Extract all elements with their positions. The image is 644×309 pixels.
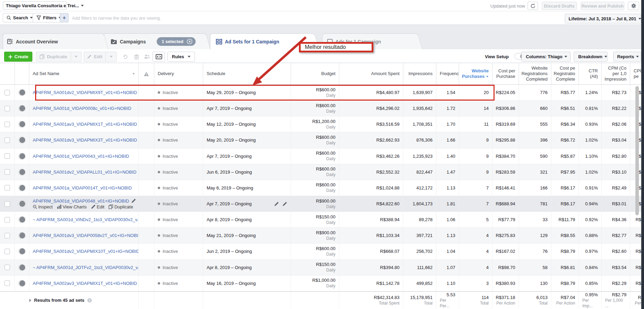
- column-header-ctr[interactable]: CTR(All): [579, 63, 602, 84]
- column-header-purchases[interactable]: WebsitePurchases: [459, 63, 492, 84]
- ad-set-name-link[interactable]: AP4FRM_SA001a_VIDAP0014T_v01+IG+NOBID: [33, 185, 132, 191]
- status-toggle[interactable]: [18, 248, 25, 255]
- ad-set-name-link[interactable]: AP4FRM_SA001dv2_VIDAPMIX9T_v01+IG+NOBID: [33, 90, 137, 95]
- column-header-cpm[interactable]: CPM (Coper 1,0Impression: [602, 63, 630, 84]
- table-row[interactable]: AP4FRM_SA001d_VIDAP0043_v01+IG+NOBIDInac…: [0, 148, 644, 164]
- row-checkbox[interactable]: [4, 280, 10, 286]
- row-action-edit[interactable]: Edit: [91, 204, 104, 210]
- status-toggle[interactable]: [18, 264, 25, 271]
- discard-drafts-button[interactable]: Discard Drafts: [542, 2, 577, 10]
- row-checkbox[interactable]: [4, 185, 10, 190]
- row-checkbox[interactable]: [4, 90, 10, 95]
- status-toggle[interactable]: [18, 200, 25, 207]
- vertical-scrollbar[interactable]: [635, 86, 639, 215]
- review-publish-button[interactable]: Review and Publish: [581, 2, 624, 10]
- status-toggle[interactable]: [18, 185, 25, 191]
- cell-delivery: Inactive: [154, 276, 203, 291]
- breakdown-dropdown[interactable]: Breakdown: [574, 52, 607, 62]
- settings-button[interactable]: [628, 2, 639, 10]
- ab-test-button[interactable]: [142, 52, 152, 62]
- table-row[interactable]: AP4FRM_SA001dv2_VIDAPMIX10T_v01+IG+NOBID…: [0, 244, 644, 259]
- ad-set-name-link[interactable]: ~ AP4FRM_SA001d_JOTFv2_1to3_VIDAP0030v2_…: [33, 265, 139, 270]
- row-action-duplicate[interactable]: Duplicate: [108, 204, 133, 210]
- row-checkbox[interactable]: [4, 249, 10, 254]
- column-header-frequency[interactable]: Frequency: [436, 63, 459, 84]
- create-button[interactable]: Create: [4, 52, 32, 62]
- table-row[interactable]: AP4FRM_SA001dv3_VIDAP0058v2T_v01+IG+NOBI…: [0, 228, 644, 244]
- table-row[interactable]: AP4FRM_SA001a_VIDAP0014T_v01+IG+NOBIDIna…: [0, 180, 644, 196]
- rules-dropdown[interactable]: Rules: [167, 52, 195, 62]
- footer-results[interactable]: Results from 45 ad sets: [0, 292, 139, 309]
- ad-set-name-link[interactable]: AP4FRM_SA001dv2_VIDAPALL01_v01+IG+NOBID: [33, 169, 136, 175]
- tab-account-overview[interactable]: Account Overview: [3, 33, 101, 49]
- row-checkbox[interactable]: [4, 106, 10, 111]
- table-row[interactable]: AP4FRM_SA001dv3_VIDAPMIX3T_v01+IG+NOBIDI…: [0, 132, 644, 148]
- row-checkbox[interactable]: [4, 201, 10, 207]
- table-row[interactable]: AP4FRM_SA002av3_VIDAPMIX1T_v01+IG+NOBIDI…: [0, 276, 644, 291]
- table-row[interactable]: ~ AP4FRM_SA001d_JOTFv2_1to3_VIDAP0030v2_…: [0, 260, 644, 276]
- tab-ad-sets[interactable]: Ad Sets for 1 Campaign: [210, 33, 312, 50]
- add-filter-button[interactable]: +: [60, 13, 69, 22]
- clear-selection-icon[interactable]: [187, 39, 193, 44]
- row-action-view-charts[interactable]: View Charts: [57, 204, 87, 210]
- ad-set-name-link[interactable]: AP4FRM_SA001dv2_VIDAPMIX10T_v01+IG+NOBID: [33, 248, 139, 254]
- row-checkbox[interactable]: [4, 153, 10, 159]
- edit-button[interactable]: Edit: [84, 52, 117, 62]
- duplicate-button[interactable]: Duplicate: [36, 52, 82, 62]
- status-toggle[interactable]: [18, 89, 25, 96]
- duplicate-more-button[interactable]: [71, 52, 82, 62]
- table-row[interactable]: ~ AP4FRM_SA001d_VINDv2_1to3_VIDAP0030v2_…: [0, 212, 644, 228]
- row-checkbox[interactable]: [4, 217, 10, 223]
- status-toggle[interactable]: [18, 216, 25, 223]
- pixel-button[interactable]: [153, 52, 165, 62]
- column-header-cpr[interactable]: Cost peRegistratioComplete: [551, 63, 579, 84]
- ad-set-name-link[interactable]: AP4FRM_SA001d_VIDAP0043_v01+IG+NOBID: [33, 153, 129, 159]
- row-checkbox[interactable]: [4, 122, 10, 127]
- column-header-name[interactable]: Ad Set Name: [29, 63, 139, 84]
- status-toggle[interactable]: [18, 153, 25, 159]
- ad-set-name-link[interactable]: AP4FRM_SA002av3_VIDAPMIX1T_v01+IG+NOBID: [33, 280, 137, 286]
- ad-set-name-link[interactable]: AP4FRM_SA001d_VIDAP0008c_v01+IG+NOBID: [33, 105, 131, 111]
- column-header-schedule[interactable]: Schedule: [203, 63, 291, 84]
- column-header-regs[interactable]: WebsiteRegistrationsCompleted: [519, 63, 551, 84]
- search-icon: [7, 16, 11, 20]
- columns-dropdown[interactable]: Columns: Thiago: [521, 52, 571, 62]
- table-row[interactable]: AP4FRM_SA001d_VIDAP0048_v01+IG+NOBIDInsp…: [0, 196, 644, 212]
- status-toggle[interactable]: [18, 121, 25, 127]
- refresh-button[interactable]: [528, 2, 538, 10]
- table-row[interactable]: AP4FRM_SA001d_VIDAP0008c_v01+IG+NOBIDIna…: [0, 101, 644, 116]
- column-header-cpp[interactable]: Cost perPurchase: [492, 63, 519, 84]
- edit-more-button[interactable]: [105, 52, 117, 62]
- status-toggle[interactable]: [18, 137, 25, 143]
- selected-count-badge[interactable]: 1 selected: [157, 37, 196, 46]
- tab-campaigns[interactable]: Campaigns 1 selected: [103, 33, 203, 49]
- row-checkbox[interactable]: [4, 137, 10, 143]
- account-selector[interactable]: Thiago Varella Consultoria e Trei...: [3, 1, 67, 10]
- table-row[interactable]: AP4FRM_SA001dv2_VIDAPALL01_v01+IG+NOBIDI…: [0, 164, 644, 180]
- status-toggle[interactable]: [18, 280, 25, 287]
- ad-set-name-link[interactable]: AP4FRM_SA001dv3_VIDAP0058v2T_v01+IG+NOBI…: [33, 233, 139, 238]
- row-checkbox[interactable]: [4, 265, 10, 270]
- date-range-selector[interactable]: Lifetime: Jul 3, 2018 – Jul 8, 201: [565, 14, 641, 23]
- column-header-delivery[interactable]: Delivery: [154, 63, 203, 84]
- reports-dropdown[interactable]: Reports: [613, 52, 641, 62]
- revert-button[interactable]: [121, 52, 130, 62]
- column-header-budget[interactable]: Budget: [291, 63, 339, 84]
- cell-schedule: Jun 2, 2019 – Ongoing: [203, 244, 291, 259]
- delete-button[interactable]: [132, 52, 141, 62]
- ad-set-name-link[interactable]: AP4FRM_SA001av3_VIDAPMIX1T_v01+IG+NOBID: [33, 121, 137, 127]
- ad-set-name-link[interactable]: AP4FRM_SA001dv3_VIDAPMIX3T_v01+IG+NOBID: [33, 137, 137, 143]
- status-toggle[interactable]: [18, 232, 25, 239]
- status-toggle[interactable]: [18, 105, 25, 112]
- row-checkbox[interactable]: [4, 169, 10, 175]
- row-action-inspect[interactable]: Inspect: [33, 204, 53, 210]
- row-checkbox[interactable]: [4, 233, 10, 238]
- search-dropdown[interactable]: Search: [3, 13, 37, 22]
- table-row[interactable]: AP4FRM_SA001av3_VIDAPMIX1T_v01+IG+NOBIDI…: [0, 116, 644, 132]
- ad-set-name-link[interactable]: AP4FRM_SA001d_VIDAP0048_v01+IG+NOBID: [33, 198, 129, 204]
- status-toggle[interactable]: [18, 169, 25, 175]
- ad-set-name-link[interactable]: ~ AP4FRM_SA001d_VINDv2_1to3_VIDAP0030v2_…: [33, 217, 139, 223]
- column-header-impressions[interactable]: Impressions: [403, 63, 436, 84]
- table-row[interactable]: AP4FRM_SA001dv2_VIDAPMIX9T_v01+IG+NOBIDI…: [0, 85, 644, 101]
- column-header-spent[interactable]: Amount Spent: [339, 63, 403, 84]
